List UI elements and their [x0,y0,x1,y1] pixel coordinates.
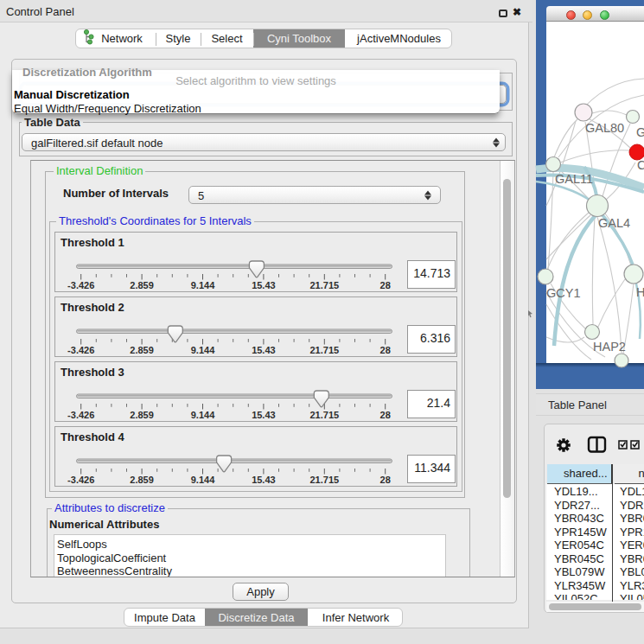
svg-text:C: C [637,158,644,172]
svg-text:GCY1: GCY1 [546,286,581,300]
svg-text:21.715: 21.715 [309,410,339,420]
svg-text:2.859: 2.859 [130,410,154,420]
svg-text:9.144: 9.144 [191,280,215,290]
svg-text:21.715: 21.715 [309,280,339,290]
svg-text:9.144: 9.144 [191,345,215,355]
svg-text:2.859: 2.859 [130,345,154,355]
svg-text:9.144: 9.144 [191,475,215,485]
svg-text:-3.426: -3.426 [67,345,94,355]
svg-text:28: 28 [380,280,391,290]
svg-text:9.144: 9.144 [191,410,215,420]
svg-text:2.859: 2.859 [130,280,154,290]
svg-text:15.43: 15.43 [252,280,276,290]
svg-text:-3.426: -3.426 [67,280,94,290]
svg-text:15.43: 15.43 [252,345,276,355]
svg-text:HAP2: HAP2 [593,340,626,354]
svg-text:15.43: 15.43 [252,475,276,485]
svg-text:28: 28 [380,410,391,420]
svg-text:H: H [636,285,644,299]
svg-text:28: 28 [380,345,391,355]
svg-text:28: 28 [380,475,391,485]
svg-text:GAL11: GAL11 [555,172,593,186]
svg-text:GAL80: GAL80 [585,121,624,135]
svg-text:G.: G. [636,125,644,139]
svg-text:2.859: 2.859 [130,475,154,485]
svg-text:-3.426: -3.426 [67,410,94,420]
svg-text:15.43: 15.43 [252,410,276,420]
svg-text:21.715: 21.715 [309,475,339,485]
svg-text:GAL4: GAL4 [598,216,630,230]
svg-text:21.715: 21.715 [309,345,339,355]
svg-text:-3.426: -3.426 [67,475,94,485]
